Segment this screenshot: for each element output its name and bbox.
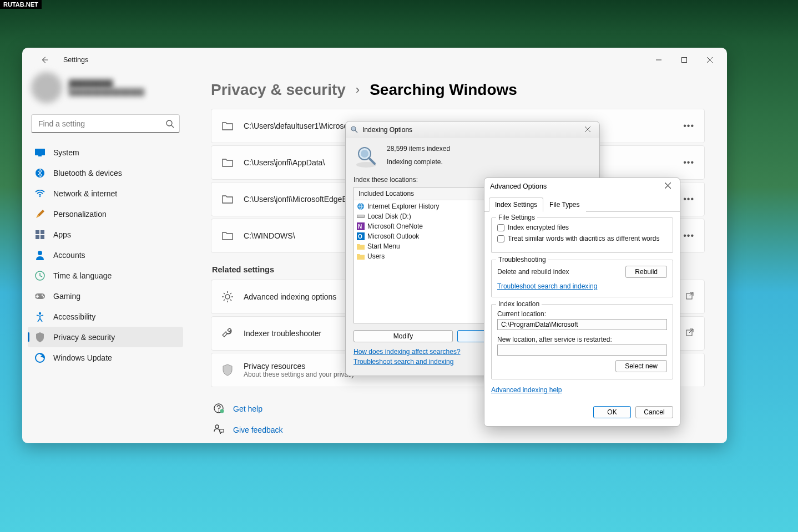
outlook-icon: O <box>356 232 365 241</box>
svg-point-21 <box>218 411 219 412</box>
person-icon <box>34 250 46 261</box>
svg-rect-3 <box>38 155 42 156</box>
file-settings-legend: File Settings <box>496 214 537 221</box>
svg-point-15 <box>39 312 41 314</box>
help-icon <box>213 403 225 415</box>
back-button[interactable] <box>36 51 53 69</box>
magnifier-icon <box>350 125 359 134</box>
index-encrypted-checkbox[interactable] <box>497 224 504 231</box>
new-location-input[interactable] <box>497 344 667 356</box>
svg-rect-0 <box>682 58 687 63</box>
svg-point-10 <box>38 251 42 255</box>
index-location-group: Index location Current location: New loc… <box>491 304 673 379</box>
maximize-button[interactable] <box>671 50 697 70</box>
new-location-label: New location, after service is restarted… <box>497 336 667 343</box>
svg-point-23 <box>215 425 219 428</box>
nav-personalization[interactable]: Personalization <box>28 204 183 224</box>
bluetooth-icon <box>34 168 46 179</box>
items-indexed-label: 28,599 items indexed <box>387 145 450 153</box>
current-location-input <box>497 319 667 330</box>
nav-system[interactable]: System <box>28 142 183 163</box>
wifi-icon <box>34 188 46 199</box>
tab-index-settings[interactable]: Index Settings <box>489 197 543 212</box>
more-icon[interactable]: ••• <box>683 121 694 131</box>
svg-rect-9 <box>41 235 44 239</box>
nav-time[interactable]: Time & language <box>28 265 183 286</box>
disk-icon <box>356 212 365 221</box>
chevron-right-icon: › <box>356 83 360 97</box>
svg-rect-2 <box>35 149 45 155</box>
nav-gaming[interactable]: Gaming <box>28 286 183 306</box>
more-icon[interactable]: ••• <box>683 194 694 204</box>
update-icon <box>34 352 46 363</box>
svg-text:O: O <box>358 234 362 240</box>
folder-icon <box>221 120 234 132</box>
nav-accessibility[interactable]: Accessibility <box>28 306 183 327</box>
more-icon[interactable]: ••• <box>683 231 694 241</box>
indexing-status: Indexing complete. <box>387 158 450 166</box>
folder-icon <box>356 242 365 251</box>
breadcrumb-parent[interactable]: Privacy & security <box>211 81 346 99</box>
external-link-icon <box>685 328 694 339</box>
nav-privacy[interactable]: Privacy & security <box>28 327 183 347</box>
advanced-dialog-titlebar: Advanced Options <box>484 178 680 195</box>
indexing-dialog-titlebar: Indexing Options <box>346 121 599 138</box>
nav-apps[interactable]: Apps <box>28 224 183 245</box>
ie-icon <box>356 202 365 211</box>
svg-rect-6 <box>36 230 39 234</box>
advanced-options-dialog: Advanced Options Index Settings File Typ… <box>484 178 680 427</box>
watermark: RUTAB.NET <box>0 0 42 9</box>
advanced-indexing-help-link[interactable]: Advanced indexing help <box>491 386 562 394</box>
svg-point-25 <box>351 126 356 131</box>
nav-update[interactable]: Windows Update <box>28 347 183 368</box>
close-icon[interactable] <box>661 181 674 191</box>
troubleshoot-search-link[interactable]: Troubleshoot search and indexing <box>497 282 597 290</box>
nav-accounts[interactable]: Accounts <box>28 245 183 265</box>
settings-sidebar: ████████ ████████████████ System Bluetoo… <box>22 72 189 443</box>
settings-nav: System Bluetooth & devices Network & int… <box>22 142 189 368</box>
user-name: ████████ <box>69 79 144 88</box>
index-location-legend: Index location <box>496 300 542 308</box>
user-profile[interactable]: ████████ ████████████████ <box>22 72 189 110</box>
folder-icon <box>221 156 234 169</box>
troubleshooting-group: Troubleshooting Delete and rebuild index… <box>491 260 673 297</box>
svg-point-5 <box>39 195 41 196</box>
more-icon[interactable]: ••• <box>683 158 694 168</box>
indexing-dialog-title: Indexing Options <box>362 126 412 134</box>
folder-icon <box>221 230 234 242</box>
modify-button[interactable]: Modify <box>353 330 453 342</box>
tab-file-types[interactable]: File Types <box>543 197 585 212</box>
minimize-button[interactable] <box>646 50 671 70</box>
settings-window-title: Settings <box>63 56 88 64</box>
diacritics-checkbox[interactable] <box>497 235 504 242</box>
user-avatar <box>31 72 62 103</box>
troubleshooting-legend: Troubleshooting <box>496 256 548 264</box>
folder-icon <box>221 193 234 205</box>
advanced-tabs: Index Settings File Types <box>484 197 680 212</box>
advanced-dialog-title: Advanced Options <box>490 183 547 190</box>
breadcrumb: Privacy & security › Searching Windows <box>211 81 705 99</box>
close-icon[interactable] <box>580 124 595 136</box>
close-button[interactable] <box>697 50 723 70</box>
cancel-button[interactable]: Cancel <box>635 406 673 418</box>
ok-button[interactable]: OK <box>593 406 631 418</box>
accessibility-icon <box>34 311 46 322</box>
search-input[interactable] <box>31 114 180 133</box>
gear-icon <box>221 291 234 303</box>
svg-rect-24 <box>220 429 224 432</box>
svg-rect-8 <box>36 235 39 239</box>
rebuild-button[interactable]: Rebuild <box>625 266 667 278</box>
display-icon <box>34 147 46 158</box>
svg-point-28 <box>361 150 368 158</box>
nav-network[interactable]: Network & internet <box>28 183 183 204</box>
feedback-icon <box>213 424 225 436</box>
nav-bluetooth[interactable]: Bluetooth & devices <box>28 163 183 183</box>
svg-point-1 <box>166 120 172 126</box>
select-new-button[interactable]: Select new <box>615 360 667 372</box>
svg-rect-7 <box>41 230 44 234</box>
apps-icon <box>34 229 46 240</box>
clock-icon <box>34 270 46 281</box>
onenote-icon: N <box>356 222 365 231</box>
settings-titlebar: Settings <box>22 48 727 72</box>
svg-rect-31 <box>357 215 364 217</box>
